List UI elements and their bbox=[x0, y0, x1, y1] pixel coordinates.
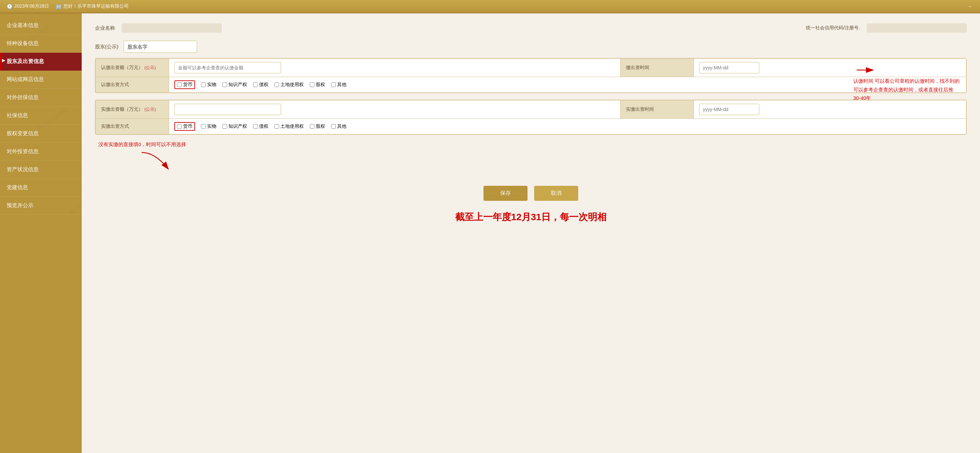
paid-time-value-cell bbox=[694, 100, 966, 119]
checkbox-equity-paid[interactable]: 股权 bbox=[310, 123, 325, 129]
header-date: 🕐 2023年06月28日 bbox=[7, 3, 49, 10]
paid-amount-public: (公示) bbox=[145, 107, 156, 112]
checkbox-other-subscribe[interactable]: 其他 bbox=[331, 82, 347, 88]
checkbox-currency-paid-label: 货币 bbox=[183, 123, 192, 129]
note-text: 没有实缴的直接填0，时间可以不用选择 bbox=[99, 142, 967, 148]
sidebar-label-asset-info: 资产状况信息 bbox=[7, 166, 39, 172]
paid-amount-label: 实缴出资额（万元） bbox=[101, 107, 143, 112]
subscribe-method-label-cell: 认缴出资方式 bbox=[96, 77, 169, 93]
checkbox-physical-paid[interactable]: 实物 bbox=[201, 123, 216, 129]
subscribe-time-input[interactable] bbox=[699, 62, 759, 73]
paid-amount-row: 实缴出资额（万元） (公示) 实缴出资时间 bbox=[96, 100, 966, 119]
sidebar-item-equity-change[interactable]: 股权变更信息 bbox=[0, 125, 82, 143]
paid-method-checkboxes: 货币 实物 知识产权 bbox=[174, 122, 961, 131]
checkbox-other-subscribe-input[interactable] bbox=[331, 82, 336, 87]
building-icon: 🏢 bbox=[56, 4, 61, 9]
company-info-row: 企业名称 统一社会信用代码/注册号. bbox=[95, 23, 967, 33]
checkbox-equity-subscribe-input[interactable] bbox=[310, 82, 315, 87]
subscribe-method-checkboxes: 货币 实物 知识产权 bbox=[174, 80, 961, 89]
checkbox-currency-subscribe-input[interactable] bbox=[177, 82, 182, 87]
paid-time-label: 实缴出资时间 bbox=[626, 107, 654, 112]
header: 🕐 2023年06月28日 🏢 您好！乐平市珠琴运输有限公司 → bbox=[0, 0, 980, 13]
paid-amount-input[interactable] bbox=[174, 104, 281, 115]
checkbox-land-paid-input[interactable] bbox=[274, 124, 279, 129]
checkbox-debt-subscribe[interactable]: 债权 bbox=[253, 82, 269, 88]
checkbox-equity-paid-input[interactable] bbox=[310, 124, 315, 129]
subscribe-method-row: 认缴出资方式 货币 实物 bbox=[96, 77, 966, 93]
checkbox-other-paid[interactable]: 其他 bbox=[331, 123, 347, 129]
checkbox-land-subscribe-label: 土地使用权 bbox=[280, 82, 304, 88]
sidebar-item-special-equipment[interactable]: 特种设备信息 bbox=[0, 35, 82, 53]
subscribe-capital-table: 认缴出资额（万元） (公示) 缴出资时间 bbox=[95, 58, 966, 93]
checkbox-debt-subscribe-label: 债权 bbox=[259, 82, 269, 88]
company-name-label: 企业名称 bbox=[95, 25, 115, 31]
checkbox-currency-subscribe-label: 货币 bbox=[183, 82, 192, 88]
header-company: 🏢 您好！乐平市珠琴运输有限公司 bbox=[56, 3, 961, 10]
sidebar-item-preview-publish[interactable]: 预览并公示 bbox=[0, 197, 82, 215]
sidebar-item-asset-info[interactable]: 资产状况信息 bbox=[0, 161, 82, 179]
paid-capital-table: 实缴出资额（万元） (公示) 实缴出资时间 bbox=[95, 100, 966, 134]
checkbox-physical-paid-label: 实物 bbox=[207, 123, 216, 129]
sidebar-item-investment-info[interactable]: 对外投资信息 bbox=[0, 143, 82, 161]
paid-time-input[interactable] bbox=[699, 104, 759, 115]
sidebar-item-basic-info[interactable]: 企业基本信息 bbox=[0, 17, 82, 35]
save-button[interactable]: 保存 bbox=[484, 186, 528, 201]
sidebar-item-social-security[interactable]: 社保信息 bbox=[0, 107, 82, 125]
subscribe-capital-section: 认缴出资额（万元） (公示) 缴出资时间 bbox=[95, 58, 967, 93]
checkbox-currency-subscribe[interactable]: 货币 bbox=[174, 80, 195, 89]
checkbox-intellectual-subscribe[interactable]: 知识产权 bbox=[223, 82, 247, 88]
sidebar-label-website-info: 网站或网店信息 bbox=[7, 77, 44, 82]
checkbox-equity-subscribe-label: 股权 bbox=[316, 82, 325, 88]
subscribe-amount-public: (公示) bbox=[145, 65, 156, 70]
checkbox-currency-paid[interactable]: 货币 bbox=[174, 122, 195, 131]
checkbox-intellectual-subscribe-label: 知识产权 bbox=[228, 82, 247, 88]
checkbox-debt-subscribe-input[interactable] bbox=[253, 82, 258, 87]
subscribe-amount-label-cell: 认缴出资额（万元） (公示) bbox=[96, 59, 169, 77]
subscribe-amount-input[interactable] bbox=[174, 62, 281, 73]
logout-icon: → bbox=[967, 4, 972, 9]
sidebar-item-party-building[interactable]: 党建信息 bbox=[0, 179, 82, 197]
sidebar-label-preview-publish: 预览并公示 bbox=[7, 203, 33, 208]
checkbox-land-subscribe-input[interactable] bbox=[274, 82, 279, 87]
subscribe-amount-value-cell bbox=[169, 59, 620, 77]
sidebar-label-party-building: 党建信息 bbox=[7, 185, 28, 190]
checkbox-intellectual-paid[interactable]: 知识产权 bbox=[223, 123, 247, 129]
header-date-text: 2023年06月28日 bbox=[14, 3, 49, 10]
paid-method-label: 实缴出资方式 bbox=[101, 123, 129, 129]
sidebar-item-shareholder-info[interactable]: 股东及出资信息 bbox=[0, 53, 82, 71]
shareholder-label: 股东(公示) bbox=[95, 44, 118, 50]
credit-code-value bbox=[867, 23, 967, 33]
sidebar-item-website-info[interactable]: 网站或网店信息 bbox=[0, 71, 82, 89]
checkbox-currency-paid-input[interactable] bbox=[177, 124, 182, 129]
checkbox-other-paid-input[interactable] bbox=[331, 124, 336, 129]
header-company-text: 您好！乐平市珠琴运输有限公司 bbox=[64, 3, 129, 10]
cancel-button[interactable]: 取消 bbox=[534, 186, 578, 201]
checkbox-intellectual-paid-input[interactable] bbox=[223, 124, 227, 129]
subscribe-time-label-cell: 缴出资时间 bbox=[620, 59, 694, 77]
checkbox-debt-paid-label: 债权 bbox=[259, 123, 269, 129]
checkbox-debt-paid-input[interactable] bbox=[253, 124, 258, 129]
checkbox-equity-paid-label: 股权 bbox=[316, 123, 325, 129]
subscribe-time-label: 缴出资时间 bbox=[626, 65, 649, 70]
checkbox-land-subscribe[interactable]: 土地使用权 bbox=[274, 82, 304, 88]
sidebar-item-guarantee-info[interactable]: 对外担保信息 bbox=[0, 89, 82, 107]
checkbox-debt-paid[interactable]: 债权 bbox=[253, 123, 269, 129]
shareholder-name-input[interactable] bbox=[124, 41, 197, 53]
checkbox-land-paid-label: 土地使用权 bbox=[280, 123, 304, 129]
checkbox-land-paid[interactable]: 土地使用权 bbox=[274, 123, 304, 129]
checkbox-intellectual-paid-label: 知识产权 bbox=[228, 123, 247, 129]
paid-method-row: 实缴出资方式 货币 实物 bbox=[96, 119, 966, 134]
checkbox-equity-subscribe[interactable]: 股权 bbox=[310, 82, 325, 88]
shareholder-row: 股东(公示) bbox=[95, 41, 967, 53]
paid-amount-label-cell: 实缴出资额（万元） (公示) bbox=[96, 100, 169, 119]
subscribe-amount-label: 认缴出资额（万元） bbox=[101, 65, 143, 70]
checkbox-intellectual-subscribe-input[interactable] bbox=[223, 82, 227, 87]
checkbox-physical-subscribe[interactable]: 实物 bbox=[201, 82, 216, 88]
logout-button[interactable]: → bbox=[967, 4, 973, 9]
subscribe-time-value-cell bbox=[694, 59, 966, 77]
sidebar-label-social-security: 社保信息 bbox=[7, 112, 28, 118]
subscribe-method-label: 认缴出资方式 bbox=[101, 82, 129, 87]
checkbox-physical-subscribe-input[interactable] bbox=[201, 82, 206, 87]
checkbox-physical-paid-input[interactable] bbox=[201, 124, 206, 129]
paid-time-label-cell: 实缴出资时间 bbox=[620, 100, 694, 119]
